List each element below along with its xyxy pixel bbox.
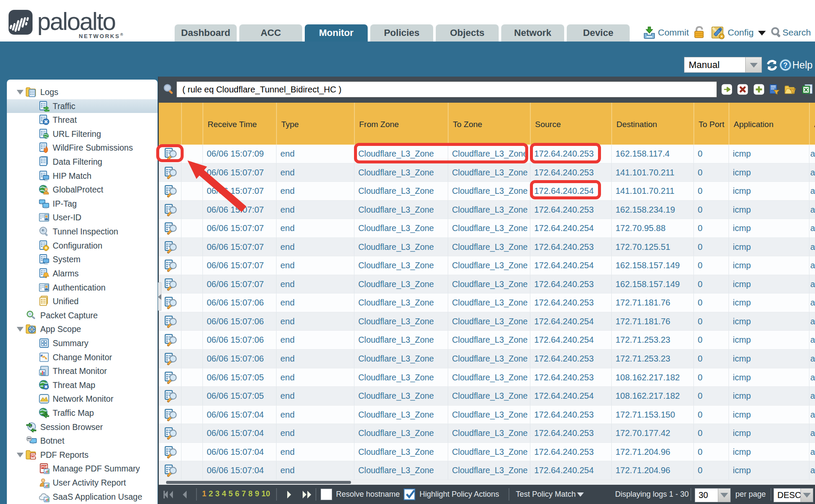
svg-text:?: ? [783,62,788,69]
svg-text:PDF: PDF [42,465,48,468]
svg-text:PDF: PDF [32,454,37,457]
